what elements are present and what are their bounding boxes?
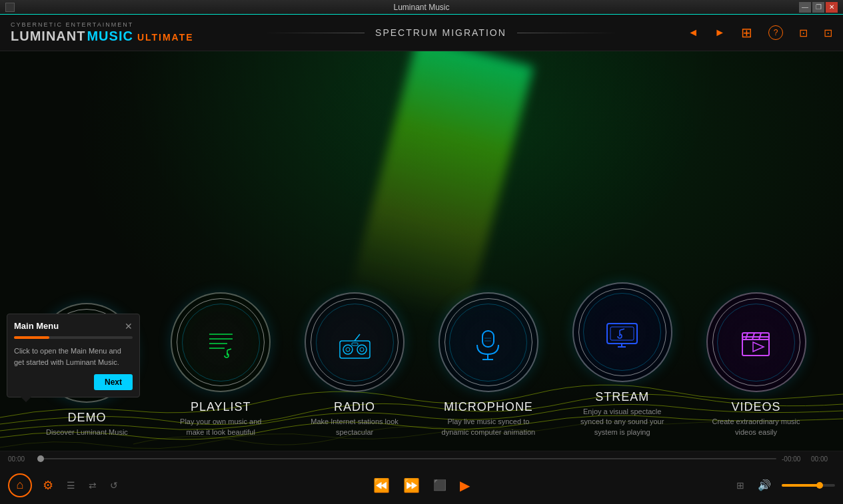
track-title: SPECTRUM MIGRATION	[375, 27, 506, 38]
progress-track[interactable]	[37, 458, 776, 459]
mode-videos-desc: Create extraordinary music videos easily	[706, 417, 806, 437]
play-pause-button[interactable]: ▶	[460, 477, 470, 493]
mode-stream-name: STREAM	[595, 390, 649, 404]
grid-button[interactable]: ⊞	[741, 25, 752, 41]
home-icon: ⌂	[17, 478, 24, 492]
tooltip-progress-track	[14, 336, 133, 339]
svg-point-15	[360, 348, 364, 352]
mode-microphone-circle	[438, 292, 538, 392]
left-controls: ⌂ ⚙ ☰ ⇄ ↺	[8, 473, 141, 497]
volume-fill	[782, 484, 822, 487]
svg-line-17	[355, 334, 360, 341]
progress-area: 00:00 -00:00 00:00	[0, 451, 843, 466]
tooltip-next-button[interactable]: Next	[94, 374, 133, 390]
mode-stream-desc: Enjoy a visual spectacle synced to any s…	[572, 407, 672, 437]
help-button[interactable]: ?	[768, 25, 783, 40]
mode-playlist-name: PLAYLIST	[191, 400, 251, 414]
header-line-left	[265, 33, 365, 33]
logo-area: CYBERNETIC ENTERTAINMENT LUMINANT MUSIC …	[11, 22, 194, 43]
tooltip-tail	[21, 397, 31, 402]
mode-playlist-circle	[171, 292, 271, 392]
mode-microphone-desc: Play live music synced to dynamic comput…	[438, 417, 538, 437]
expand-button[interactable]: ⊡	[824, 27, 832, 39]
logo-ultimate: ULTIMATE	[137, 33, 194, 43]
controls-area: ⌂ ⚙ ☰ ⇄ ↺ ⏪ ⏩ ⬛ ▶ ⊞ 🔊	[0, 466, 843, 504]
header-center: SPECTRUM MIGRATION	[194, 27, 688, 38]
close-button[interactable]: ✕	[826, 2, 838, 13]
captions-button[interactable]: ⊡	[799, 27, 808, 39]
svg-rect-11	[340, 341, 370, 358]
tooltip-body: Click to open the Main Menu and get star…	[14, 346, 133, 368]
time-total: 00:00	[811, 455, 835, 463]
minimize-button[interactable]: —	[799, 2, 811, 13]
prev-track-button[interactable]: ◄	[688, 27, 698, 39]
svg-marker-34	[753, 342, 764, 352]
svg-point-12	[343, 345, 353, 354]
mode-stream-card[interactable]: STREAM Enjoy a visual spectacle synced t…	[566, 282, 679, 437]
bottom-bar: 00:00 -00:00 00:00 ⌂ ⚙ ☰ ⇄ ↺ ⏪ ⏩ ⬛ ▶ ⊞ 🔊	[0, 451, 843, 504]
rewind-button[interactable]: ⏪	[373, 477, 390, 493]
center-controls: ⏪ ⏩ ⬛ ▶	[141, 477, 702, 493]
window-title: Luminant Music	[393, 3, 449, 12]
queue-button[interactable]: ☰	[64, 477, 78, 493]
volume-thumb	[816, 482, 823, 489]
mode-radio-desc: Make Internet stations look spectacular	[305, 417, 405, 437]
cybernetic-label: CYBERNETIC ENTERTAINMENT	[11, 22, 194, 29]
play-button[interactable]: ►	[714, 27, 725, 39]
maximize-button[interactable]: ❐	[812, 2, 824, 13]
header-controls: ◄ ► ⊞ ? ⊡ ⊡	[688, 25, 832, 41]
volume-slider[interactable]	[782, 484, 835, 487]
logo-main: LUMINANT MUSIC ULTIMATE	[11, 29, 194, 43]
tooltip-close-button[interactable]: ✕	[125, 322, 133, 331]
main-content: DEMO Discover Luminant Music PLAY	[0, 51, 843, 451]
mode-demo-name: DEMO	[67, 411, 106, 425]
stop-button[interactable]: ⬛	[433, 479, 446, 491]
mode-stream-circle	[572, 282, 672, 382]
tooltip-title: Main Menu	[14, 321, 59, 331]
home-button[interactable]: ⌂	[8, 473, 32, 497]
svg-point-13	[346, 348, 350, 352]
svg-line-10	[227, 349, 231, 350]
time-start: 00:00	[8, 455, 32, 463]
fast-forward-button[interactable]: ⏩	[403, 477, 420, 493]
settings-button[interactable]: ⚙	[40, 475, 56, 495]
tooltip-progress-fill	[14, 336, 49, 339]
window-controls: — ❐ ✕	[799, 2, 838, 13]
mode-radio-card[interactable]: RADIO Make Internet stations look specta…	[298, 292, 411, 437]
svg-rect-24	[610, 327, 634, 340]
logo-music: MUSIC	[87, 29, 133, 43]
logo-luminant: LUMINANT	[11, 29, 85, 43]
app-header: CYBERNETIC ENTERTAINMENT LUMINANT MUSIC …	[0, 15, 843, 51]
header-line-right	[517, 33, 617, 33]
shuffle-button[interactable]: ⇄	[86, 477, 99, 493]
right-controls: ⊞ 🔊	[702, 476, 835, 494]
mode-videos-circle	[706, 292, 806, 392]
time-end: -00:00	[782, 455, 806, 463]
mode-videos-name: VIDEOS	[732, 400, 781, 414]
app-icon	[5, 3, 15, 12]
mode-videos-card[interactable]: VIDEOS Create extraordinary music videos…	[700, 292, 813, 437]
mode-playlist-card[interactable]: PLAYLIST Play your own music and make it…	[164, 292, 277, 437]
mode-playlist-desc: Play your own music and make it look bea…	[171, 417, 271, 437]
svg-rect-18	[482, 331, 494, 347]
svg-line-25	[620, 329, 624, 330]
mode-microphone-name: MICROPHONE	[444, 400, 533, 414]
tooltip-popup: Main Menu ✕ Click to open the Main Menu …	[7, 314, 140, 397]
eq-button[interactable]: ⊞	[734, 477, 747, 493]
mode-demo-desc: Discover Luminant Music	[46, 427, 128, 437]
progress-thumb	[37, 455, 44, 462]
volume-button[interactable]: 🔊	[755, 476, 774, 494]
repeat-button[interactable]: ↺	[107, 477, 121, 493]
svg-point-14	[357, 345, 367, 354]
svg-rect-16	[352, 343, 358, 346]
mode-radio-name: RADIO	[334, 400, 375, 414]
titlebar: Luminant Music — ❐ ✕	[0, 0, 843, 15]
tooltip-header: Main Menu ✕	[14, 321, 133, 331]
mode-radio-circle	[305, 292, 405, 392]
mode-microphone-card[interactable]: MICROPHONE Play live music synced to dyn…	[432, 292, 545, 437]
